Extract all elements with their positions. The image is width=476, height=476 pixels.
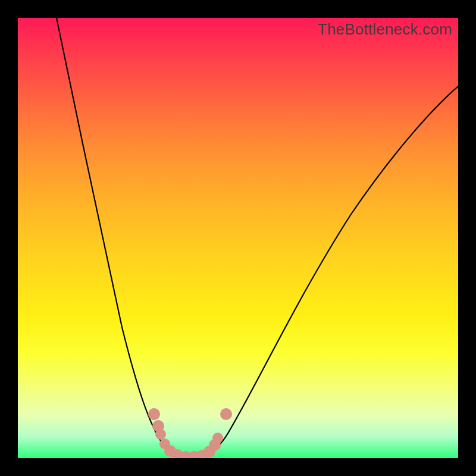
marker-dot [148,408,160,420]
marker-group [148,408,232,458]
curve-right [201,86,458,456]
chart-plot-area: TheBottleneck.com [18,18,458,458]
marker-dot [212,433,223,443]
chart-frame: TheBottleneck.com [0,0,476,476]
curve-left [57,18,178,456]
marker-dot [155,429,166,440]
marker-dot [220,408,232,420]
chart-overlay-svg [18,18,458,458]
